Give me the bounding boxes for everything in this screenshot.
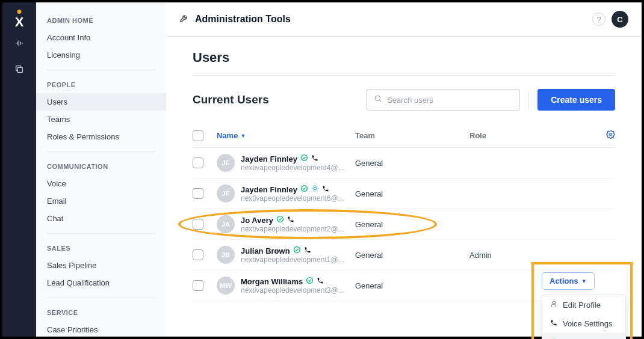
- sidebar-item-licensing[interactable]: Licensing: [36, 46, 166, 64]
- sidebar-item-email[interactable]: Email: [36, 192, 166, 210]
- menu-item-label: Voice Settings: [563, 319, 612, 328]
- table-row[interactable]: JAJo Averynextivapeopledevelopment2@...G…: [193, 209, 615, 240]
- phone-icon: [322, 185, 329, 194]
- search-input[interactable]: [387, 96, 512, 105]
- row-checkbox[interactable]: [193, 249, 203, 260]
- wrench-icon: [179, 13, 189, 25]
- user-initials-avatar: JA: [217, 215, 235, 233]
- user-email: nextivapeopledevelopment1@...: [241, 255, 344, 264]
- sidebar-item-lead-qualification[interactable]: Lead Qualification: [36, 274, 166, 292]
- sidebar-item-users[interactable]: Users: [36, 93, 166, 111]
- sidebar-heading: SALES: [36, 240, 166, 257]
- menu-item-voice-settings[interactable]: Voice Settings: [542, 314, 625, 333]
- user-role: Admin: [469, 251, 542, 260]
- col-team[interactable]: Team: [355, 131, 469, 140]
- actions-button[interactable]: Actions▼: [542, 272, 595, 290]
- sidebar-item-case-priorities[interactable]: Case Priorities: [36, 321, 166, 337]
- user-name: Julian Brown: [241, 246, 290, 255]
- phone-icon: [550, 319, 558, 328]
- nav-rail: X: [2, 2, 36, 337]
- table-row[interactable]: JBJulian Brownnextivapeopledevelopment1@…: [193, 240, 615, 270]
- select-all-checkbox[interactable]: [193, 130, 203, 141]
- user-name: Morgan Williams: [241, 277, 303, 286]
- gear-icon[interactable]: [606, 130, 615, 141]
- phone-icon: [317, 277, 324, 286]
- user-initials-avatar: JB: [217, 246, 235, 264]
- search-box[interactable]: [366, 89, 520, 111]
- menu-item-label: Edit Profile: [563, 301, 601, 310]
- table-row[interactable]: JFJayden Finnleynextivapeopledevelopment…: [193, 148, 615, 179]
- user-team: General: [355, 159, 469, 168]
- sidebar: ADMIN HOMEAccount InfoLicensingPEOPLEUse…: [36, 2, 166, 337]
- phone-icon: [287, 216, 294, 225]
- svg-point-1: [376, 96, 380, 100]
- menu-item-edit-profile[interactable]: Edit Profile: [542, 295, 625, 314]
- sidebar-item-account-info[interactable]: Account Info: [36, 29, 166, 46]
- menu-item-video-setup[interactable]: Video Setup: [542, 333, 625, 339]
- verified-icon: [300, 185, 308, 194]
- chevron-down-icon: ▼: [581, 278, 587, 284]
- user-email: nextivapeopledevelopment3@...: [241, 286, 344, 295]
- sidebar-item-roles-permissions[interactable]: Roles & Permissions: [36, 128, 166, 145]
- user-team: General: [355, 189, 469, 198]
- user-email: nextivapeopledevelopment2@...: [241, 225, 344, 233]
- sidebar-item-sales-pipeline[interactable]: Sales Pipeline: [36, 257, 166, 274]
- user-team: General: [355, 281, 469, 290]
- sidebar-heading: SERVICE: [36, 304, 166, 321]
- col-name[interactable]: Name▼: [217, 131, 355, 140]
- table-row[interactable]: JFJayden Finnleynextivapeopledevelopment…: [193, 179, 615, 209]
- video-icon: [311, 185, 319, 194]
- content: Users Current Users Create users Name▼ T…: [166, 37, 642, 337]
- verified-icon: [300, 154, 308, 163]
- svg-point-5: [314, 187, 316, 189]
- sidebar-item-teams[interactable]: Teams: [36, 111, 166, 128]
- user-initials-avatar: JF: [217, 185, 235, 203]
- user-email: nextivapeopledevelopment6@...: [241, 194, 344, 203]
- actions-menu: Edit ProfileVoice SettingsVideo Setup: [542, 295, 626, 339]
- col-role[interactable]: Role: [469, 131, 542, 140]
- section-title: Current Users: [193, 93, 358, 106]
- svg-rect-0: [17, 67, 22, 72]
- search-icon: [374, 94, 382, 105]
- profile-icon: [550, 300, 558, 310]
- table-header: Name▼ Team Role: [193, 124, 615, 148]
- topbar: Administration Tools ? C: [166, 2, 642, 37]
- create-users-button[interactable]: Create users: [537, 89, 615, 111]
- user-name: Jayden Finnley: [241, 154, 297, 163]
- sidebar-heading: COMMUNICATION: [36, 158, 166, 175]
- row-checkbox[interactable]: [193, 157, 203, 168]
- waveform-icon[interactable]: [14, 38, 24, 51]
- divider: [193, 75, 615, 76]
- sidebar-item-chat[interactable]: Chat: [36, 210, 166, 227]
- separator: [528, 91, 529, 108]
- sidebar-heading: ADMIN HOME: [36, 12, 166, 29]
- main: Administration Tools ? C Users Current U…: [166, 2, 642, 337]
- sidebar-heading: PEOPLE: [36, 76, 166, 93]
- row-checkbox[interactable]: [193, 280, 203, 291]
- user-initials-avatar: MW: [217, 276, 235, 295]
- sort-caret-icon: ▼: [240, 133, 246, 139]
- verified-icon: [293, 246, 301, 255]
- user-team: General: [355, 251, 469, 260]
- svg-point-9: [553, 301, 555, 304]
- svg-point-2: [610, 133, 612, 136]
- user-team: General: [355, 220, 469, 229]
- user-avatar[interactable]: C: [611, 11, 628, 28]
- row-checkbox[interactable]: [193, 188, 203, 199]
- verified-icon: [306, 276, 314, 286]
- page-title: Users: [193, 50, 615, 66]
- phone-icon: [311, 154, 318, 163]
- actions-dropdown: Actions▼ Edit ProfileVoice SettingsVideo…: [542, 272, 626, 339]
- user-email: nextivapeopledevelopment4@...: [241, 163, 344, 172]
- page-header-title: Administration Tools: [195, 14, 291, 25]
- verified-icon: [276, 215, 284, 225]
- user-initials-avatar: JF: [217, 154, 235, 172]
- row-checkbox[interactable]: [193, 219, 203, 230]
- logo: X: [12, 11, 26, 25]
- help-icon[interactable]: ?: [592, 13, 605, 26]
- copy-icon[interactable]: [14, 64, 24, 77]
- sidebar-item-voice[interactable]: Voice: [36, 175, 166, 192]
- user-name: Jayden Finnley: [241, 185, 297, 194]
- phone-icon: [304, 246, 311, 255]
- user-name: Jo Avery: [241, 216, 273, 225]
